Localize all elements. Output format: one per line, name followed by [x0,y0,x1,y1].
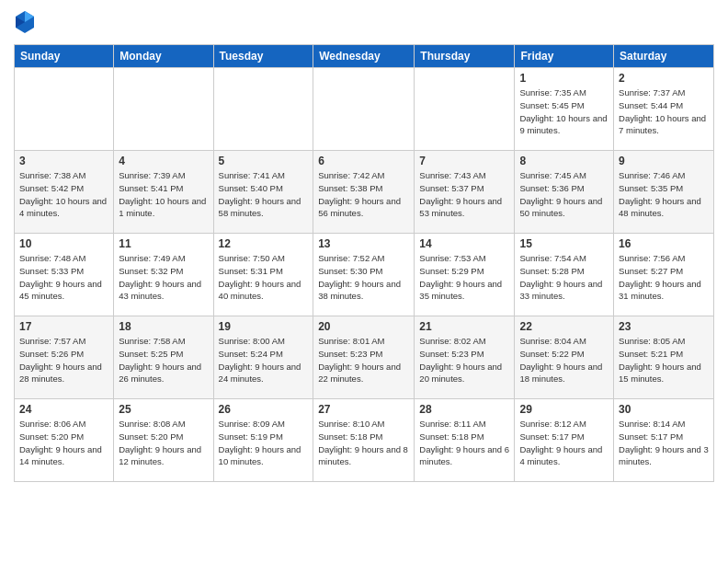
day-info: Sunrise: 7:35 AM Sunset: 5:45 PM Dayligh… [519,86,609,137]
calendar-cell: 11Sunrise: 7:49 AM Sunset: 5:32 PM Dayli… [114,234,213,316]
calendar-table: SundayMondayTuesdayWednesdayThursdayFrid… [14,44,714,482]
calendar-cell: 12Sunrise: 7:50 AM Sunset: 5:31 PM Dayli… [213,234,313,316]
day-info: Sunrise: 7:37 AM Sunset: 5:44 PM Dayligh… [619,86,709,137]
calendar-week-row: 10Sunrise: 7:48 AM Sunset: 5:33 PM Dayli… [15,234,714,316]
calendar-cell [114,68,213,151]
logo [14,9,40,35]
day-number: 19 [219,320,309,333]
day-info: Sunrise: 7:48 AM Sunset: 5:33 PM Dayligh… [19,252,108,303]
calendar-cell: 15Sunrise: 7:54 AM Sunset: 5:28 PM Dayli… [515,234,614,316]
day-number: 4 [119,155,208,167]
day-header-tuesday: Tuesday [213,45,313,68]
calendar-cell [313,68,415,151]
day-info: Sunrise: 8:08 AM Sunset: 5:20 PM Dayligh… [119,418,208,468]
calendar-cell [213,68,313,151]
day-info: Sunrise: 7:49 AM Sunset: 5:32 PM Dayligh… [119,252,208,303]
day-number: 6 [318,155,409,167]
calendar-cell: 28Sunrise: 8:11 AM Sunset: 5:18 PM Dayli… [415,399,515,482]
day-number: 23 [619,320,709,333]
calendar-cell: 27Sunrise: 8:10 AM Sunset: 5:18 PM Dayli… [313,399,415,482]
day-info: Sunrise: 8:02 AM Sunset: 5:23 PM Dayligh… [419,335,509,385]
day-info: Sunrise: 8:11 AM Sunset: 5:18 PM Dayligh… [419,418,509,468]
day-number: 9 [619,155,709,167]
calendar-cell: 23Sunrise: 8:05 AM Sunset: 5:21 PM Dayli… [614,316,714,399]
day-info: Sunrise: 7:42 AM Sunset: 5:38 PM Dayligh… [318,169,409,220]
day-number: 15 [519,237,609,250]
day-number: 25 [119,403,208,416]
page: SundayMondayTuesdayWednesdayThursdayFrid… [0,0,728,491]
calendar-cell: 10Sunrise: 7:48 AM Sunset: 5:33 PM Dayli… [15,234,114,316]
calendar-cell: 5Sunrise: 7:41 AM Sunset: 5:40 PM Daylig… [213,151,313,234]
calendar-cell: 13Sunrise: 7:52 AM Sunset: 5:30 PM Dayli… [313,234,415,316]
day-number: 17 [19,320,108,333]
day-info: Sunrise: 7:56 AM Sunset: 5:27 PM Dayligh… [619,252,709,303]
calendar-cell: 22Sunrise: 8:04 AM Sunset: 5:22 PM Dayli… [515,316,614,399]
day-info: Sunrise: 7:43 AM Sunset: 5:37 PM Dayligh… [419,169,509,220]
calendar-cell: 24Sunrise: 8:06 AM Sunset: 5:20 PM Dayli… [15,399,114,482]
calendar-cell: 20Sunrise: 8:01 AM Sunset: 5:23 PM Dayli… [313,316,415,399]
calendar-cell: 16Sunrise: 7:56 AM Sunset: 5:27 PM Dayli… [614,234,714,316]
calendar-cell: 21Sunrise: 8:02 AM Sunset: 5:23 PM Dayli… [415,316,515,399]
day-number: 11 [119,237,208,250]
day-info: Sunrise: 7:46 AM Sunset: 5:35 PM Dayligh… [619,169,709,220]
calendar-cell: 2Sunrise: 7:37 AM Sunset: 5:44 PM Daylig… [614,68,714,151]
day-info: Sunrise: 8:06 AM Sunset: 5:20 PM Dayligh… [19,418,108,468]
calendar-cell: 6Sunrise: 7:42 AM Sunset: 5:38 PM Daylig… [313,151,415,234]
day-info: Sunrise: 8:01 AM Sunset: 5:23 PM Dayligh… [318,335,409,385]
day-number: 10 [19,237,108,250]
calendar-week-row: 3Sunrise: 7:38 AM Sunset: 5:42 PM Daylig… [15,151,714,234]
day-header-friday: Friday [515,45,614,68]
calendar-cell: 7Sunrise: 7:43 AM Sunset: 5:37 PM Daylig… [415,151,515,234]
day-number: 8 [519,155,609,167]
day-info: Sunrise: 8:05 AM Sunset: 5:21 PM Dayligh… [619,335,709,385]
day-info: Sunrise: 7:45 AM Sunset: 5:36 PM Dayligh… [519,169,609,220]
day-info: Sunrise: 8:10 AM Sunset: 5:18 PM Dayligh… [318,418,409,468]
day-number: 14 [419,237,509,250]
day-info: Sunrise: 7:50 AM Sunset: 5:31 PM Dayligh… [219,252,309,303]
calendar-cell [415,68,515,151]
day-number: 21 [419,320,509,333]
calendar-cell: 26Sunrise: 8:09 AM Sunset: 5:19 PM Dayli… [213,399,313,482]
header [14,9,714,35]
day-header-thursday: Thursday [415,45,515,68]
day-number: 22 [519,320,609,333]
day-info: Sunrise: 8:12 AM Sunset: 5:17 PM Dayligh… [519,418,609,468]
calendar-week-row: 17Sunrise: 7:57 AM Sunset: 5:26 PM Dayli… [15,316,714,399]
day-info: Sunrise: 7:39 AM Sunset: 5:41 PM Dayligh… [119,169,208,220]
calendar-cell [15,68,114,151]
calendar-cell: 9Sunrise: 7:46 AM Sunset: 5:35 PM Daylig… [614,151,714,234]
day-number: 12 [219,237,309,250]
day-info: Sunrise: 7:54 AM Sunset: 5:28 PM Dayligh… [519,252,609,303]
calendar-header-row: SundayMondayTuesdayWednesdayThursdayFrid… [15,45,714,68]
calendar-cell: 18Sunrise: 7:58 AM Sunset: 5:25 PM Dayli… [114,316,213,399]
calendar-cell: 4Sunrise: 7:39 AM Sunset: 5:41 PM Daylig… [114,151,213,234]
calendar-cell: 14Sunrise: 7:53 AM Sunset: 5:29 PM Dayli… [415,234,515,316]
day-info: Sunrise: 7:38 AM Sunset: 5:42 PM Dayligh… [19,169,108,220]
calendar-cell: 3Sunrise: 7:38 AM Sunset: 5:42 PM Daylig… [15,151,114,234]
day-number: 29 [519,403,609,416]
day-info: Sunrise: 7:58 AM Sunset: 5:25 PM Dayligh… [119,335,208,385]
day-info: Sunrise: 7:57 AM Sunset: 5:26 PM Dayligh… [19,335,108,385]
logo-icon [14,9,36,35]
calendar-cell: 30Sunrise: 8:14 AM Sunset: 5:17 PM Dayli… [614,399,714,482]
day-number: 13 [318,237,409,250]
day-info: Sunrise: 7:53 AM Sunset: 5:29 PM Dayligh… [419,252,509,303]
calendar-week-row: 24Sunrise: 8:06 AM Sunset: 5:20 PM Dayli… [15,399,714,482]
day-header-monday: Monday [114,45,213,68]
calendar-cell: 8Sunrise: 7:45 AM Sunset: 5:36 PM Daylig… [515,151,614,234]
calendar-cell: 19Sunrise: 8:00 AM Sunset: 5:24 PM Dayli… [213,316,313,399]
day-header-saturday: Saturday [614,45,714,68]
day-number: 28 [419,403,509,416]
day-number: 26 [219,403,309,416]
day-header-sunday: Sunday [15,45,114,68]
day-number: 30 [619,403,709,416]
day-info: Sunrise: 8:14 AM Sunset: 5:17 PM Dayligh… [619,418,709,468]
day-number: 3 [19,155,108,167]
day-number: 20 [318,320,409,333]
day-number: 24 [19,403,108,416]
day-info: Sunrise: 7:41 AM Sunset: 5:40 PM Dayligh… [219,169,309,220]
calendar-cell: 25Sunrise: 8:08 AM Sunset: 5:20 PM Dayli… [114,399,213,482]
day-info: Sunrise: 8:09 AM Sunset: 5:19 PM Dayligh… [219,418,309,468]
day-number: 27 [318,403,409,416]
day-number: 16 [619,237,709,250]
